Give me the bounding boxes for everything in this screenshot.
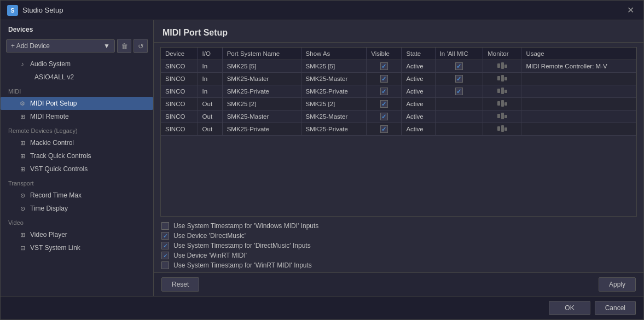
cell-usage: [521, 98, 636, 110]
col-show-as: Show As: [301, 48, 367, 60]
apply-button[interactable]: Apply: [599, 277, 636, 292]
sidebar-item-audio-system[interactable]: ♪ Audio System: [1, 57, 153, 71]
checkbox-use-system-timestamp-directmusic[interactable]: ✓: [161, 242, 169, 249]
delete-device-button[interactable]: 🗑: [117, 39, 131, 53]
option-label-4: Use Device 'WinRT MIDI': [173, 252, 247, 259]
col-visible: Visible: [367, 48, 402, 60]
cancel-button[interactable]: Cancel: [595, 301, 636, 315]
sidebar-item-vst-system-link[interactable]: ⊟ VST System Link: [1, 241, 153, 254]
sidebar-item-record-time-max[interactable]: ⊙ Record Time Max: [1, 189, 153, 202]
svg-rect-14: [504, 115, 507, 118]
reset-device-button[interactable]: ↺: [134, 39, 148, 53]
transport-section-label: Transport: [1, 176, 153, 189]
cell-device: SINCO: [161, 98, 198, 110]
sidebar-item-mackie-control[interactable]: ⊞ Mackie Control: [1, 136, 153, 149]
sidebar-item-label: VST Quick Controls: [30, 165, 88, 173]
sidebar-item-label: MIDI Remote: [30, 113, 69, 120]
app-icon: S: [7, 5, 18, 16]
cell-io: Out: [198, 123, 222, 136]
table-row: SINCO In SMK25 [5] SMK25 [5] ✓ Active ✓ …: [161, 60, 636, 73]
cell-io: Out: [198, 110, 222, 123]
sidebar-item-vst-quick-controls[interactable]: ⊞ VST Quick Controls: [1, 162, 153, 176]
cell-monitor: [483, 110, 521, 123]
sidebar-item-asio4all[interactable]: ASIO4ALL v2: [1, 71, 153, 84]
svg-rect-1: [501, 62, 504, 69]
svg-rect-0: [497, 63, 500, 68]
sidebar-item-time-display[interactable]: ⊙ Time Display: [1, 202, 153, 215]
sidebar-item-label: Mackie Control: [30, 139, 74, 147]
cell-io: In: [198, 85, 222, 98]
cell-usage: [521, 73, 636, 85]
cell-show-as: SMK25 [2]: [301, 98, 367, 110]
cell-port-name: SMK25-Private: [222, 123, 301, 136]
option-row-4: ✓ Use Device 'WinRT MIDI': [161, 252, 636, 259]
vst-quick-controls-icon: ⊞: [18, 165, 27, 173]
cell-visible[interactable]: ✓: [367, 110, 402, 123]
col-state: State: [402, 48, 435, 60]
midi-table-container[interactable]: Device I/O Port System Name Show As Visi…: [160, 47, 637, 217]
option-label-2: Use Device 'DirectMusic': [173, 232, 246, 240]
table-row: SINCO Out SMK25-Private SMK25-Private ✓ …: [161, 123, 636, 136]
studio-setup-dialog: S Studio Setup ✕ Devices + Add Device ▼ …: [0, 0, 644, 320]
col-port-system-name: Port System Name: [222, 48, 301, 60]
checkbox-use-system-timestamp-windows[interactable]: [161, 222, 169, 230]
cell-device: SINCO: [161, 73, 198, 85]
sidebar-item-label: MIDI Port Setup: [30, 100, 77, 107]
close-button[interactable]: ✕: [624, 4, 637, 17]
cell-port-name: SMK25-Master: [222, 110, 301, 123]
svg-rect-9: [497, 101, 500, 106]
sidebar-item-label: Time Display: [30, 205, 68, 212]
cell-visible[interactable]: ✓: [367, 73, 402, 85]
cell-visible[interactable]: ✓: [367, 60, 402, 73]
cell-visible[interactable]: ✓: [367, 85, 402, 98]
cell-monitor: [483, 60, 521, 73]
cell-in-all-mic[interactable]: ✓: [435, 60, 483, 73]
col-in-all-mic: In 'All MIC: [435, 48, 483, 60]
svg-rect-6: [497, 89, 500, 93]
sidebar-item-track-quick-controls[interactable]: ⊞ Track Quick Controls: [1, 149, 153, 162]
sidebar-item-label: Audio System: [30, 60, 71, 68]
cell-state: Active: [402, 60, 435, 73]
option-row-2: ✓ Use Device 'DirectMusic': [161, 232, 636, 240]
options-area: Use System Timestamp for 'Windows MIDI' …: [154, 219, 643, 272]
dialog-title: Studio Setup: [22, 6, 63, 14]
svg-rect-11: [504, 102, 507, 106]
sidebar-item-midi-remote[interactable]: ⊞ MIDI Remote: [1, 110, 153, 123]
cell-visible[interactable]: ✓: [367, 123, 402, 136]
add-device-button[interactable]: + Add Device ▼: [6, 39, 115, 53]
cell-show-as: SMK25 [5]: [301, 60, 367, 73]
midi-section-label: MIDI: [1, 84, 153, 97]
cell-io: In: [198, 73, 222, 85]
cell-show-as: SMK25-Master: [301, 110, 367, 123]
remote-devices-section-label: Remote Devices (Legacy): [1, 123, 153, 136]
checkbox-use-device-directmusic[interactable]: ✓: [161, 232, 169, 240]
svg-rect-13: [501, 113, 504, 119]
cell-io: Out: [198, 98, 222, 110]
sidebar-item-midi-port-setup[interactable]: ⚙ MIDI Port Setup: [1, 97, 153, 110]
svg-rect-5: [504, 77, 507, 80]
svg-rect-8: [504, 90, 507, 93]
reset-button[interactable]: Reset: [161, 277, 199, 292]
video-section-label: Video: [1, 215, 153, 228]
svg-rect-2: [504, 65, 507, 68]
cell-in-all-mic[interactable]: [435, 98, 483, 110]
cell-in-all-mic[interactable]: [435, 110, 483, 123]
checkbox-use-device-winrt[interactable]: ✓: [161, 252, 169, 259]
sidebar-item-label: ASIO4ALL v2: [34, 73, 74, 81]
table-body: SINCO In SMK25 [5] SMK25 [5] ✓ Active ✓ …: [161, 60, 636, 136]
ok-button[interactable]: OK: [549, 301, 590, 315]
cell-visible[interactable]: ✓: [367, 98, 402, 110]
option-label-5: Use System Timestamp for 'WinRT MIDI' In…: [173, 261, 312, 269]
midi-port-table: Device I/O Port System Name Show As Visi…: [161, 48, 636, 136]
cell-in-all-mic[interactable]: ✓: [435, 73, 483, 85]
title-bar-left: S Studio Setup: [7, 5, 63, 16]
checkbox-use-system-timestamp-winrt[interactable]: [161, 261, 169, 269]
sidebar-item-video-player[interactable]: ⊞ Video Player: [1, 228, 153, 241]
cell-device: SINCO: [161, 85, 198, 98]
video-player-icon: ⊞: [18, 230, 27, 239]
cell-usage: [521, 123, 636, 136]
cell-device: SINCO: [161, 60, 198, 73]
cell-in-all-mic[interactable]: ✓: [435, 85, 483, 98]
cell-in-all-mic[interactable]: [435, 123, 483, 136]
main-bottom-bar: Reset Apply: [154, 272, 643, 296]
